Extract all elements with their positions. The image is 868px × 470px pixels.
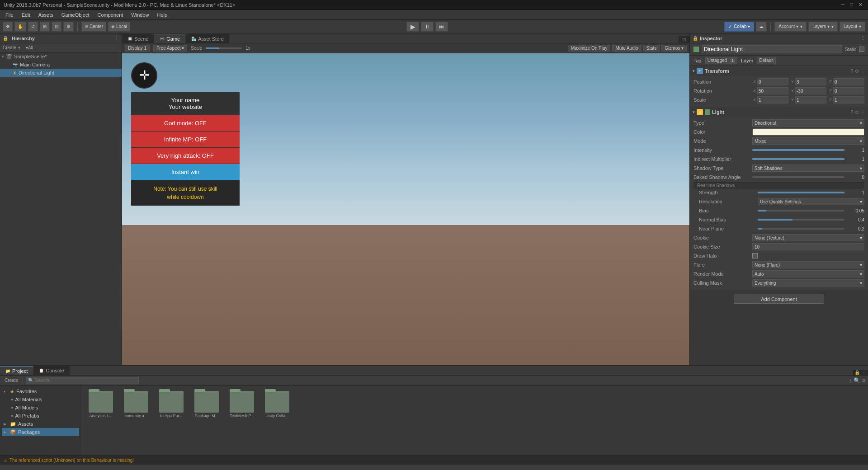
- local-btn[interactable]: ◈ Local: [108, 22, 130, 32]
- cloud-button[interactable]: ☁: [756, 22, 767, 32]
- transform-icon-3[interactable]: ⋮: [861, 69, 865, 74]
- transform-rect-btn[interactable]: ⊡: [52, 22, 61, 32]
- menu-help[interactable]: Help: [153, 11, 171, 19]
- maximize-view-icon[interactable]: ⊡: [680, 36, 688, 43]
- bias-track[interactable]: [758, 210, 844, 212]
- hierarchy-item-camera[interactable]: 📷 Main Camera: [0, 61, 122, 69]
- god-mode-btn[interactable]: God mode: OFF: [131, 115, 240, 132]
- gizmos-btn[interactable]: Gizmos ▾: [661, 45, 687, 52]
- color-picker[interactable]: [752, 128, 864, 136]
- maximize-icon[interactable]: □: [848, 2, 855, 8]
- maximize-on-play-btn[interactable]: Maximize On Play: [568, 45, 611, 52]
- mute-audio-btn[interactable]: Mute Audio: [612, 45, 641, 52]
- add-component-button[interactable]: Add Component: [734, 294, 824, 304]
- step-button[interactable]: ⏭: [435, 22, 448, 32]
- bottom-panel-menu-icon[interactable]: ⋮: [862, 370, 866, 375]
- collab-button[interactable]: ✓ Collab ▾: [724, 22, 754, 32]
- light-icon-1[interactable]: ?: [850, 110, 853, 115]
- project-layout-icon[interactable]: ≡: [862, 377, 865, 384]
- all-materials-item[interactable]: ● All Materials: [2, 395, 79, 404]
- asset-store-tab[interactable]: 🏪 Asset Store: [186, 34, 230, 43]
- intensity-track[interactable]: [752, 149, 844, 151]
- infinite-mp-btn[interactable]: Infinite MP: OFF: [131, 132, 240, 148]
- transform-scale-btn[interactable]: ⊞: [40, 22, 50, 32]
- menu-gameobject[interactable]: GameObject: [58, 11, 93, 19]
- scene-tab[interactable]: 🔲 Scene: [122, 34, 154, 43]
- shadow-type-select[interactable]: Soft Shadows ▾: [752, 164, 864, 172]
- transform-header[interactable]: ▾ T Transform ? ⚙ ⋮: [690, 66, 868, 76]
- transform-pan-btn[interactable]: ✋: [14, 22, 26, 32]
- scale-z-input[interactable]: 1: [833, 96, 864, 103]
- resolution-select[interactable]: Use Quality Settings ▾: [758, 198, 864, 205]
- all-prefabs-item[interactable]: ● All Prefabs: [2, 412, 79, 420]
- project-create-btn[interactable]: Create: [3, 377, 20, 383]
- minimize-icon[interactable]: ─: [840, 2, 847, 8]
- layer-select[interactable]: Default: [757, 57, 776, 64]
- menu-edit[interactable]: Edit: [18, 11, 34, 19]
- pause-button[interactable]: ⏸: [421, 22, 434, 32]
- all-models-item[interactable]: ● All Models: [2, 404, 79, 412]
- console-tab[interactable]: 📋 Console: [33, 366, 70, 375]
- render-mode-select[interactable]: Auto ▾: [752, 270, 864, 277]
- asset-comunity[interactable]: comunity.a...: [120, 389, 152, 420]
- cookie-size-input[interactable]: 10: [752, 243, 864, 250]
- close-icon[interactable]: ✕: [857, 2, 864, 8]
- transform-multi-btn[interactable]: ⚙: [63, 22, 74, 32]
- baked-shadow-track[interactable]: [752, 176, 844, 178]
- pos-x-input[interactable]: 0: [757, 78, 788, 85]
- hierarchy-float-icon[interactable]: ⋮: [114, 36, 119, 41]
- transform-rotate-btn[interactable]: ↺: [28, 22, 38, 32]
- scale-slider[interactable]: [206, 47, 242, 49]
- asset-analytics[interactable]: Analytics L...: [85, 389, 117, 420]
- display-selector[interactable]: Display 1: [125, 45, 150, 52]
- asset-unity-collab[interactable]: Unity Colla...: [261, 389, 293, 420]
- asset-package-manager[interactable]: Package M...: [191, 389, 222, 420]
- scale-y-input[interactable]: 1: [795, 96, 826, 103]
- favorites-folder[interactable]: ▾ ★ Favorites: [2, 387, 79, 395]
- account-dropdown[interactable]: Account ▾ ▾: [774, 22, 807, 32]
- menu-component[interactable]: Component: [94, 11, 127, 19]
- normal-bias-track[interactable]: [758, 219, 844, 221]
- light-icon-3[interactable]: ⋮: [861, 110, 865, 115]
- scene-item[interactable]: ▾ 🎬 SampleScene*: [0, 52, 122, 61]
- object-enabled-checkbox[interactable]: [693, 47, 699, 52]
- rot-x-input[interactable]: 50: [757, 87, 788, 94]
- project-search-input[interactable]: [26, 377, 139, 384]
- tag-select[interactable]: Untagged 1: [705, 57, 737, 64]
- layout-dropdown[interactable]: Layout ▾: [840, 22, 865, 32]
- draw-halo-checkbox[interactable]: [752, 253, 758, 258]
- pos-y-input[interactable]: 3: [795, 78, 826, 85]
- asset-inapp[interactable]: In App Pur...: [156, 389, 187, 420]
- asset-textmesh[interactable]: TextMesh P...: [226, 389, 258, 420]
- bottom-panel-lock-icon[interactable]: 🔒: [854, 370, 860, 375]
- packages-folder[interactable]: ▶ 📦 Packages: [2, 428, 79, 436]
- game-tab[interactable]: 🎮 Game: [154, 34, 186, 43]
- indirect-track[interactable]: [752, 158, 844, 160]
- stats-btn[interactable]: Stats: [643, 45, 660, 52]
- type-select[interactable]: Directional ▾: [752, 119, 864, 127]
- very-high-attack-btn[interactable]: Very high attack: OFF: [131, 148, 240, 164]
- light-header[interactable]: ▾ L Light ? ⚙ ⋮: [690, 107, 868, 117]
- mode-select[interactable]: Mixed ▾: [752, 137, 864, 145]
- menu-assets[interactable]: Assets: [35, 11, 57, 19]
- light-enabled-checkbox[interactable]: [705, 109, 710, 115]
- object-name-input[interactable]: [702, 45, 842, 53]
- instant-win-btn[interactable]: Instant win: [131, 164, 240, 180]
- project-sort-icon[interactable]: ↑: [849, 377, 852, 384]
- static-checkbox[interactable]: [859, 47, 864, 52]
- rot-z-input[interactable]: 0: [833, 87, 864, 94]
- light-icon-2[interactable]: ⚙: [855, 110, 859, 115]
- menu-file[interactable]: File: [2, 11, 17, 19]
- transform-icon-1[interactable]: ?: [850, 69, 853, 74]
- culling-mask-select[interactable]: Everything ▾: [752, 279, 864, 287]
- project-search-icon[interactable]: 🔍: [854, 377, 860, 384]
- hierarchy-search[interactable]: ▾All: [26, 45, 33, 50]
- project-tab[interactable]: 📁 Project: [0, 366, 33, 375]
- scale-x-input[interactable]: 1: [757, 96, 788, 103]
- pos-z-input[interactable]: 0: [833, 78, 864, 85]
- transform-icon-2[interactable]: ⚙: [855, 69, 859, 74]
- layers-dropdown[interactable]: Layers ▾ ▾: [808, 22, 838, 32]
- rot-y-input[interactable]: -30: [795, 87, 826, 94]
- cookie-select[interactable]: None (Texture) ▾: [752, 234, 864, 241]
- flare-select[interactable]: None (Flare) ▾: [752, 261, 864, 268]
